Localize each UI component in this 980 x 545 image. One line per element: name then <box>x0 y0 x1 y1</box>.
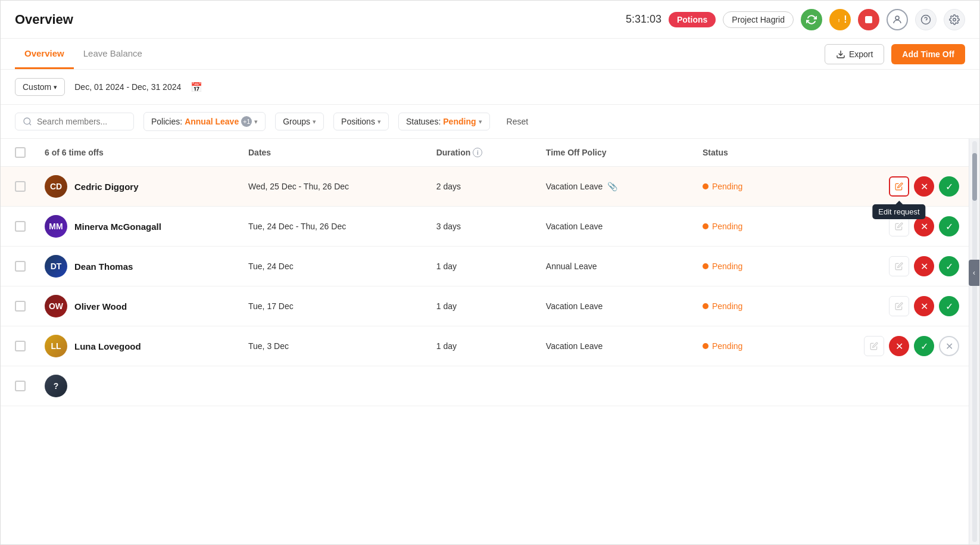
approve-ghost-button[interactable]: ✕ <box>939 336 959 356</box>
date-filter-bar: Custom ▾ Dec, 01 2024 - Dec, 31 2024 📅 <box>1 70 979 105</box>
select-all-checkbox[interactable] <box>15 147 26 158</box>
scroll-thumb <box>972 153 977 201</box>
stop-icon-button[interactable] <box>858 9 879 30</box>
table-row: CD Cedric Diggory Wed, 25 Dec - Thu, 26 … <box>1 167 969 207</box>
edit-request-button[interactable] <box>889 296 909 316</box>
dates-cell: Tue, 17 Dec <box>239 286 427 326</box>
settings-icon-button[interactable] <box>944 9 965 30</box>
export-button[interactable]: Export <box>825 44 884 64</box>
approve-button[interactable]: ✓ <box>939 216 959 236</box>
reject-button[interactable]: ✕ <box>914 296 934 316</box>
approve-button[interactable]: ✓ <box>939 176 959 197</box>
project-badge[interactable]: Project Hagrid <box>723 11 794 28</box>
tabs-actions: Export Add Time Off <box>825 44 965 64</box>
tabs-list: Overview Leave Balance <box>15 39 152 69</box>
row-checkbox[interactable] <box>15 301 26 312</box>
statuses-filter[interactable]: Statuses: Pending ▾ <box>398 113 490 130</box>
row-checkbox[interactable] <box>15 341 26 351</box>
policy-cell: Vacation Leave <box>536 286 693 326</box>
tab-overview[interactable]: Overview <box>15 39 74 69</box>
avatar: CD <box>45 175 67 198</box>
avatar: OW <box>45 295 67 317</box>
member-name: Cedric Diggory <box>74 182 139 192</box>
row-checkbox-cell <box>1 286 35 326</box>
search-input[interactable] <box>37 117 126 126</box>
sync-icon-button[interactable] <box>801 9 822 30</box>
reject-button[interactable]: ✕ <box>914 176 934 197</box>
edit-request-button[interactable] <box>889 176 909 197</box>
avatar: MM <box>45 215 67 238</box>
member-cell: CD Cedric Diggory <box>35 167 239 207</box>
potions-badge[interactable]: Potions <box>669 12 716 27</box>
actions-cell: ✕ ✓ <box>818 286 969 326</box>
app-header: Overview 5:31:03 Potions Project Hagrid … <box>1 1 979 39</box>
reject-button[interactable]: ✕ <box>889 336 909 356</box>
search-icon <box>23 117 32 126</box>
dates-cell: Tue, 3 Dec <box>239 326 427 366</box>
approve-button[interactable]: ✓ <box>914 336 934 356</box>
approve-button[interactable]: ✓ <box>939 296 959 316</box>
policy-cell: Annual Leave <box>536 247 693 286</box>
member-cell: MM Minerva McGonagall <box>35 207 239 247</box>
tab-leave-balance[interactable]: Leave Balance <box>74 39 152 69</box>
collapse-sidebar-button[interactable]: ‹ <box>969 260 979 286</box>
member-name: Dean Thomas <box>74 261 133 272</box>
status-dot <box>703 183 709 189</box>
search-box[interactable] <box>15 113 134 130</box>
approve-button[interactable]: ✓ <box>939 256 959 276</box>
duration-info-icon[interactable]: i <box>473 148 482 157</box>
row-checkbox[interactable] <box>15 261 26 272</box>
duration-cell: 1 day <box>427 326 536 366</box>
member-cell: DT Dean Thomas <box>35 247 239 286</box>
row-checkbox-cell <box>1 247 35 286</box>
status-label: Pending <box>712 301 742 311</box>
row-checkbox-cell <box>1 326 35 366</box>
add-time-off-button[interactable]: Add Time Off <box>891 44 965 64</box>
time-off-table: 6 of 6 time offs Dates Duration i <box>1 139 969 406</box>
positions-filter[interactable]: Positions ▾ <box>333 113 389 130</box>
reject-button[interactable]: ✕ <box>914 256 934 276</box>
row-checkbox-cell <box>1 366 35 406</box>
policy-cell: Vacation Leave <box>536 207 693 247</box>
attachment-icon[interactable]: 📎 <box>607 182 617 191</box>
member-cell: OW Oliver Wood <box>35 286 239 326</box>
page-title: Overview <box>15 12 73 27</box>
duration-cell: 3 days <box>427 207 536 247</box>
table-row: ? <box>1 366 969 406</box>
user-icon-button[interactable] <box>887 9 908 30</box>
edit-request-button[interactable] <box>889 256 909 276</box>
reject-button[interactable]: ✕ <box>914 216 934 236</box>
status-dot <box>703 263 709 269</box>
row-checkbox[interactable] <box>15 181 26 192</box>
edit-request-button[interactable] <box>864 336 884 356</box>
member-name: Minerva McGonagall <box>74 222 161 232</box>
table-row: OW Oliver Wood Tue, 17 Dec 1 day Vacatio… <box>1 286 969 326</box>
clock-display: 5:31:03 <box>626 13 661 26</box>
policies-filter[interactable]: Policies: Annual Leave +1 ▾ <box>143 112 266 131</box>
scrollbar[interactable] <box>969 139 979 544</box>
help-icon-button[interactable] <box>915 9 937 30</box>
warning-icon-button[interactable]: ! ! <box>829 9 851 30</box>
edit-request-button[interactable] <box>889 216 909 236</box>
row-checkbox[interactable] <box>15 381 26 391</box>
svg-text:!: ! <box>838 17 840 23</box>
row-checkbox[interactable] <box>15 221 26 232</box>
chevron-down-icon: ▾ <box>54 83 57 91</box>
date-preset-dropdown[interactable]: Custom ▾ <box>15 78 65 96</box>
status-column-header: Status <box>693 139 818 167</box>
svg-point-6 <box>24 118 30 124</box>
actions-cell: Edit request ✕ ✓ <box>818 167 969 207</box>
dates-column-header: Dates <box>239 139 427 167</box>
calendar-icon[interactable]: 📅 <box>191 82 202 93</box>
reset-button[interactable]: Reset <box>500 113 536 130</box>
policy-cell: Vacation Leave 📎 <box>536 167 693 207</box>
status-dot <box>703 303 709 309</box>
avatar: ? <box>45 375 67 397</box>
actions-cell: ✕ ✓ <box>818 247 969 286</box>
groups-filter[interactable]: Groups ▾ <box>275 113 324 130</box>
header-controls: 5:31:03 Potions Project Hagrid ! ! <box>626 9 965 30</box>
status-cell: Pending <box>693 326 818 366</box>
status-cell: Pending <box>693 207 818 247</box>
duration-cell: 1 day <box>427 247 536 286</box>
duration-cell: 1 day <box>427 286 536 326</box>
